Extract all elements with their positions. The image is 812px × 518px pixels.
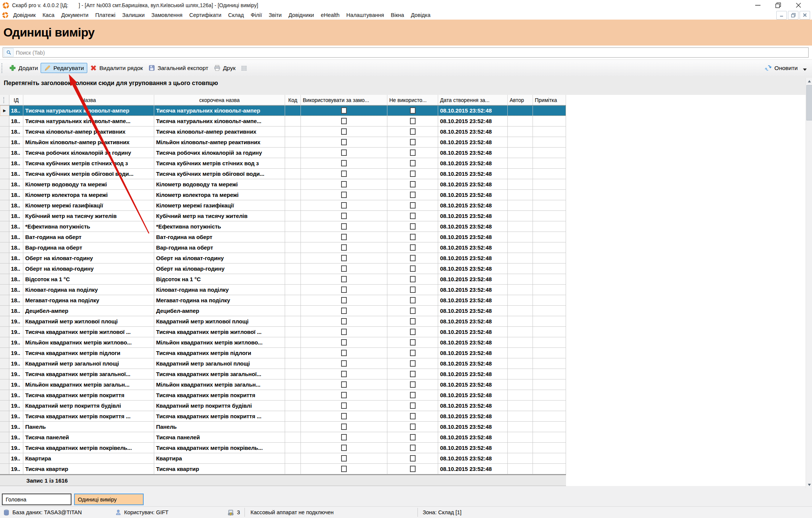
table-row[interactable]: 19..Тисяча квадратних метрів житлової ..… <box>0 327 566 337</box>
table-row[interactable]: 19..Тисяча квадратних метрів покриття ..… <box>0 411 566 422</box>
checkbox-use-by-default[interactable] <box>341 286 347 293</box>
checkbox-not-used[interactable] <box>410 118 416 124</box>
refresh-dropdown-icon[interactable] <box>803 69 807 71</box>
checkbox-use-by-default[interactable] <box>341 149 347 156</box>
menu-item[interactable]: Замовлення <box>148 12 186 18</box>
table-row[interactable]: ▶18..Тисяча натуральних кіловольт-амперТ… <box>0 105 566 116</box>
table-row[interactable]: 18..Тисяча кіловольт-ампер реактивнихТис… <box>0 126 566 137</box>
checkbox-not-used[interactable] <box>410 160 416 166</box>
checkbox-not-used[interactable] <box>410 107 416 114</box>
table-row[interactable]: 18..Оберт на кіловар-годинуОберт на кіло… <box>0 264 566 274</box>
column-header[interactable]: Використовувати за замо... <box>301 95 387 105</box>
restore-icon[interactable] <box>774 1 783 9</box>
checkbox-use-by-default[interactable] <box>341 223 347 230</box>
menu-item[interactable]: Каса <box>39 12 58 18</box>
table-row[interactable]: 18..Кілометр водоводу та мережіКілометр … <box>0 179 566 190</box>
checkbox-use-by-default[interactable] <box>341 234 347 240</box>
scrollbar-thumb[interactable] <box>806 85 812 120</box>
table-row[interactable]: 19..Тисяча квадратних метрів загальної..… <box>0 369 566 379</box>
menu-item[interactable]: Вікна <box>387 12 407 18</box>
column-header[interactable]: Дата створення за... <box>438 95 508 105</box>
menu-item[interactable]: Платежі <box>92 12 119 18</box>
checkbox-not-used[interactable] <box>410 308 416 314</box>
checkbox-use-by-default[interactable] <box>341 181 347 187</box>
checkbox-not-used[interactable] <box>410 276 416 282</box>
table-row[interactable]: 19..Тисяча квадратних метрів покриттяТис… <box>0 390 566 401</box>
checkbox-use-by-default[interactable] <box>341 381 347 388</box>
table-row[interactable]: 18..Мегават-година на поділкуМегават-год… <box>0 295 566 306</box>
table-row[interactable]: 19..Тисяча панелейТисяча панелей08.10.20… <box>0 432 566 443</box>
add-button[interactable]: Додати <box>6 63 41 73</box>
checkbox-use-by-default[interactable] <box>341 339 347 346</box>
minimize-icon[interactable] <box>753 1 762 9</box>
table-row[interactable]: 18..Відсоток на 1 °CВідсоток на 1 °C08.1… <box>0 274 566 285</box>
header-grip[interactable] <box>0 95 9 105</box>
checkbox-not-used[interactable] <box>410 255 416 261</box>
checkbox-use-by-default[interactable] <box>341 118 347 124</box>
column-header[interactable]: Назва <box>23 95 154 105</box>
table-row[interactable]: 18..Вар-година на обертВар-година на обе… <box>0 242 566 253</box>
checkbox-use-by-default[interactable] <box>341 424 347 430</box>
menu-item[interactable]: Філії <box>247 12 265 18</box>
mdi-restore-icon[interactable] <box>788 11 798 20</box>
group-by-panel[interactable]: Перетягніть заголовок колонки сюди для у… <box>0 76 812 95</box>
checkbox-not-used[interactable] <box>410 223 416 230</box>
checkbox-not-used[interactable] <box>410 381 416 388</box>
checkbox-use-by-default[interactable] <box>341 445 347 451</box>
checkbox-not-used[interactable] <box>410 265 416 272</box>
column-header[interactable]: Не використо... <box>387 95 438 105</box>
checkbox-use-by-default[interactable] <box>341 371 347 377</box>
table-row[interactable]: 19..КвартираКвартира08.10.2015 23:52:48 <box>0 453 566 464</box>
table-row[interactable]: 19..Квадратний метр покриття будівліКвад… <box>0 401 566 411</box>
checkbox-use-by-default[interactable] <box>341 308 347 314</box>
table-row[interactable]: 18..Мільйон кіловольт-ампер реактивнихМі… <box>0 137 566 148</box>
checkbox-not-used[interactable] <box>410 297 416 303</box>
table-row[interactable]: 19..Квадратний метр житлової площіКвадра… <box>0 316 566 327</box>
checkbox-use-by-default[interactable] <box>341 434 347 440</box>
table-row[interactable]: 18..Кілометр мережі газифікаціїКілометр … <box>0 200 566 211</box>
tab-main[interactable]: Головна <box>2 494 71 505</box>
checkbox-use-by-default[interactable] <box>341 466 347 472</box>
menu-item[interactable]: Залишки <box>119 12 148 18</box>
checkbox-not-used[interactable] <box>410 234 416 240</box>
menu-item[interactable]: Звіти <box>265 12 285 18</box>
tab-units-of-measure[interactable]: Одиниці виміру <box>74 494 144 505</box>
checkbox-use-by-default[interactable] <box>341 392 347 398</box>
checkbox-not-used[interactable] <box>410 244 416 251</box>
table-row[interactable]: 18..*Ефективна потужність*Ефективна поту… <box>0 221 566 232</box>
checkbox-not-used[interactable] <box>410 181 416 187</box>
print-button[interactable]: Друк <box>211 63 238 73</box>
checkbox-use-by-default[interactable] <box>341 297 347 303</box>
checkbox-use-by-default[interactable] <box>341 128 347 135</box>
vertical-scrollbar[interactable] <box>806 78 812 488</box>
checkbox-use-by-default[interactable] <box>341 244 347 251</box>
checkbox-use-by-default[interactable] <box>341 265 347 272</box>
table-row[interactable]: 18..Тисяча кубічних метрів обігової води… <box>0 169 566 179</box>
checkbox-not-used[interactable] <box>410 171 416 177</box>
table-row[interactable]: 19..Мільйон квадратних метрів загальн...… <box>0 379 566 390</box>
table-row[interactable]: 18..Тисяча кубічних метрів стічних вод з… <box>0 158 566 169</box>
table-row[interactable]: 18..Ват-година на обертВат-година на обе… <box>0 232 566 242</box>
column-header[interactable]: скорочена назва <box>154 95 285 105</box>
table-row[interactable]: 19..ПанельПанель08.10.2015 23:52:48 <box>0 422 566 432</box>
scroll-up-icon[interactable] <box>806 78 812 85</box>
checkbox-use-by-default[interactable] <box>341 350 347 356</box>
search-icon[interactable] <box>4 48 14 57</box>
checkbox-not-used[interactable] <box>410 445 416 451</box>
checkbox-not-used[interactable] <box>410 202 416 209</box>
checkbox-not-used[interactable] <box>410 339 416 346</box>
table-row[interactable]: 18..Тисяча натуральних кіловольт-ампе...… <box>0 116 566 126</box>
checkbox-not-used[interactable] <box>410 402 416 409</box>
checkbox-not-used[interactable] <box>410 139 416 145</box>
mdi-minimize-icon[interactable] <box>776 11 787 20</box>
checkbox-use-by-default[interactable] <box>341 192 347 198</box>
refresh-button[interactable]: Оновити <box>762 62 800 73</box>
menu-item[interactable]: Сертифікати <box>186 12 225 18</box>
table-row[interactable]: 18..Кубічний метр на тисячу жителівКубіч… <box>0 211 566 221</box>
menu-item[interactable]: Склад <box>225 12 247 18</box>
export-button[interactable]: Загальний експорт <box>146 63 211 73</box>
delete-row-button[interactable]: Видалити рядок <box>87 63 146 73</box>
checkbox-use-by-default[interactable] <box>341 202 347 209</box>
checkbox-not-used[interactable] <box>410 392 416 398</box>
checkbox-not-used[interactable] <box>410 371 416 377</box>
